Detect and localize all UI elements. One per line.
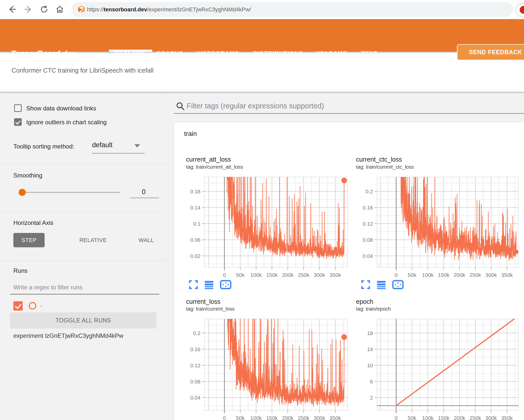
fullscreen-icon[interactable] [189,280,198,289]
search-icon [176,102,185,111]
divider [0,164,166,164]
ignore-outliers-checkbox[interactable] [14,118,22,126]
smoothing-value[interactable]: 0 [136,188,151,196]
horizontal-axis-label: Horizontal Axis [13,219,53,226]
tensorboard-window: https://tensorboard.dev/experiment/lzGnE… [0,0,524,420]
tab-histograms[interactable]: HISTOGRAMS [196,50,239,57]
back-icon[interactable] [8,5,16,14]
experiment-subtitle-bar: Conformer CTC training for LibriSpeech w… [0,52,524,92]
smoothing-slider-thumb[interactable] [19,189,26,196]
tab-distributions[interactable]: DISTRIBUTIONS [253,50,303,57]
haxis-step-button[interactable]: STEP [13,233,45,247]
runs-filter-underline [10,294,159,294]
runs-label: Runs [13,267,27,274]
check-icon [14,303,22,310]
app-title: TensorBoard.dev [12,49,76,58]
run-checkbox[interactable] [13,301,23,311]
chart-title-epoch: epoch [356,298,373,305]
tab-hparams[interactable]: HPARAMS [316,50,347,57]
chart-current-ctc-loss[interactable] [377,177,518,267]
filter-tags-underline [174,113,524,114]
smoothing-value-underline [130,198,159,198]
toggle-all-runs-button[interactable]: TOGGLE ALL RUNS [10,312,156,328]
forward-icon[interactable] [24,5,33,14]
haxis-relative-button[interactable]: RELATIVE [74,233,112,247]
ignore-outliers-label: Ignore outliers in chart scaling [26,119,107,126]
fit-to-viewport-icon[interactable] [392,280,404,289]
data-series-list-icon[interactable] [376,280,386,289]
data-series-list-icon[interactable] [204,280,214,289]
chart-title-current-loss: current_loss [186,298,220,305]
extension-badge [520,6,524,14]
app-header: TensorBoard.dev SCALARS GRAPHS HISTOGRAM… [0,19,524,52]
fullscreen-icon[interactable] [361,280,370,289]
chart-tag-epoch: tag: train/epoch [356,306,391,312]
tooltip-sorting-dropdown[interactable]: default [92,141,112,149]
url-bar[interactable]: https://tensorboard.dev/experiment/lzGnE… [71,2,513,17]
refresh-icon[interactable] [40,5,48,14]
smoothing-label: Smoothing [13,172,42,179]
url-text: https://tensorboard.dev/experiment/lzGnE… [87,6,251,13]
check-icon [15,119,21,126]
settings-sidebar: Show data download links Ignore outliers… [0,92,166,420]
experiment-id-label: experiment lzGnETjwRxC3yghNMd4kPw [13,332,123,339]
haxis-wall-button[interactable]: WALL [131,233,162,247]
experiment-description: Conformer CTC training for LibriSpeech w… [12,67,154,74]
tooltip-sorting-label: Tooltip sorting method: [13,143,74,150]
divider [0,211,166,212]
tensorboard-logo-icon [77,6,85,14]
show-download-links-label: Show data download links [26,105,96,112]
chart-title-current-att-loss: current_att_loss [186,156,231,163]
chart-tag-current-loss: tag: train/current_loss [186,306,235,312]
extension-icon[interactable] [515,3,524,17]
active-tab-indicator [109,50,152,52]
smoothing-slider[interactable] [19,192,120,193]
send-feedback-button[interactable]: SEND FEEDBACK [457,44,524,60]
chart-tag-current-ctc-loss: tag: train/current_ctc_loss [356,164,414,170]
browser-toolbar: https://tensorboard.dev/experiment/lzGnE… [0,0,524,19]
chart-tag-current-att-loss: tag: train/current_att_loss [186,164,243,170]
tab-text[interactable]: TEXT [361,50,378,57]
runs-filter-input[interactable]: Write a regex to filter runs [13,284,82,291]
show-download-links-checkbox[interactable] [14,104,22,112]
home-icon[interactable] [55,5,64,14]
dropdown-underline [92,153,145,154]
divider [0,261,166,261]
fit-to-viewport-icon[interactable] [220,280,231,289]
tab-graphs[interactable]: GRAPHS [156,50,183,57]
train-group-label[interactable]: train [184,130,197,138]
filter-tags-input[interactable]: Filter tags (regular expressions support… [187,102,324,110]
run-color-swatch-icon[interactable] [28,302,37,310]
chevron-down-icon[interactable] [134,144,140,147]
chart-title-current-ctc-loss: current_ctc_loss [356,156,402,163]
run-name: . [40,301,42,308]
chart-current-loss[interactable] [205,319,347,410]
chart-epoch[interactable] [377,319,518,410]
chart-current-att-loss[interactable] [205,177,347,267]
